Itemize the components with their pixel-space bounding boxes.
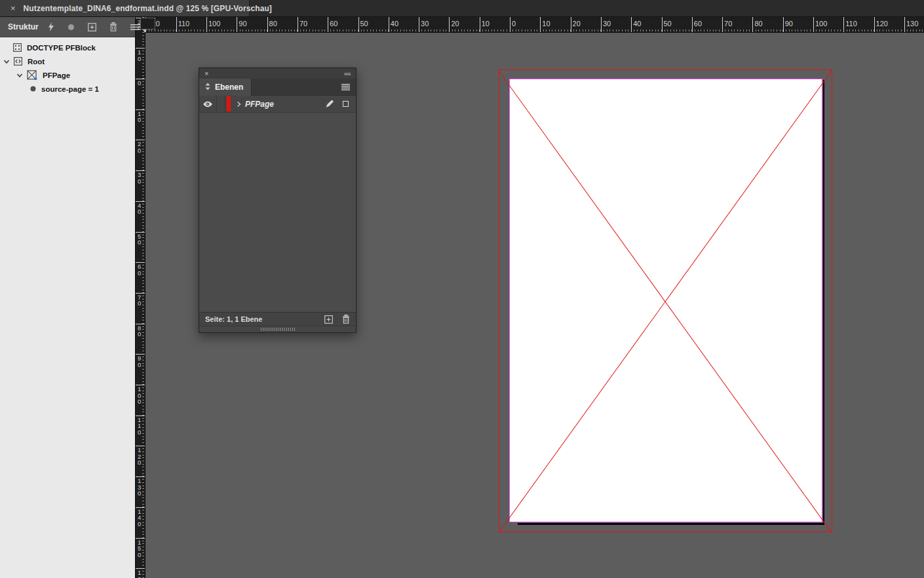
ruler-label: 1 3 0 [138,478,141,497]
ruler-label: 110 [178,20,190,28]
structure-panel-header: Struktur [0,17,135,37]
ruler-label: 50 [664,20,672,28]
tab-ebenen[interactable]: Ebenen [199,79,252,96]
lightning-icon[interactable] [48,22,54,31]
ruler-label: 1 0 [138,111,141,123]
layers-panel-titlebar[interactable]: × «« [199,68,356,79]
panel-resize-handle[interactable] [199,326,356,332]
ruler-label: 5 0 [138,233,141,246]
ruler-major-tick [358,17,359,33]
ruler-major-tick [631,17,632,33]
ruler-major-tick [904,17,905,33]
dot-icon[interactable] [67,24,75,31]
ruler-label: 90 [239,20,246,28]
ruler-minor-ticks [145,29,924,31]
ruler-major-tick [662,17,663,33]
ruler-label: 80 [754,20,762,28]
trash-icon[interactable] [109,22,117,31]
delete-layer-icon[interactable] [333,315,350,324]
ruler-origin-box[interactable] [140,18,155,29]
ruler-major-tick [237,17,237,33]
ruler-major-tick [480,17,480,33]
ruler-label: 0 [512,20,516,28]
menu-icon[interactable] [130,24,140,30]
ruler-label: 0 [138,80,141,87]
document-tab[interactable]: × Nutzentemplate_DINA6_endformat.indd @ … [0,0,250,16]
ruler-major-tick [449,17,450,33]
ruler-label: 80 [269,20,277,28]
layer-name[interactable]: PFPage [245,96,274,112]
ruler-label: 40 [391,20,398,28]
ruler-label: 60 [694,20,702,28]
ruler-label: 1 2 0 [138,447,141,466]
layers-panel-tabrow: Ebenen [199,79,356,96]
ruler-major-tick [692,17,693,33]
pen-icon [325,96,334,112]
close-icon[interactable]: × [204,70,208,77]
structure-tree-item-root[interactable]: Root [0,54,135,68]
tab-bar: × Nutzentemplate_DINA6_endformat.indd @ … [0,0,924,17]
layer-row-pfpage[interactable]: PFPage [199,96,356,113]
chevron-right-icon[interactable] [237,96,241,112]
ruler-major-tick [176,17,177,33]
ruler-label: 110 [845,20,857,28]
ruler-minor-ticks [142,17,144,578]
ruler-label: 20 [451,20,459,28]
ruler-label: 120 [876,20,888,28]
tab-close-icon[interactable]: × [10,4,16,12]
ruler-major-tick [571,17,571,33]
chevron-down-icon[interactable] [16,73,23,78]
ruler-label: 6 0 [138,263,141,276]
ruler-major-tick [206,17,207,33]
ruler-major-tick [843,17,844,33]
ruler-major-tick [540,17,541,33]
ruler-label: 70 [299,20,307,28]
structure-tree: DOCTYPE PFBlock Root PFPage source-page … [0,37,135,96]
structure-tree-item-doctype[interactable]: DOCTYPE PFBlock [0,41,135,54]
document-title: Nutzentemplate_DINA6_endformat.indd @ 12… [24,4,272,13]
ruler-label: 1 6 0 [138,569,141,578]
horizontal-ruler[interactable]: 1201101009080706050403020100102030405060… [145,17,924,33]
attribute-dot-icon [30,86,36,92]
ruler-label: 70 [724,20,732,28]
layers-statusbar: Seite: 1, 1 Ebene [199,312,356,326]
ruler-major-tick [752,17,753,33]
ruler-label: 30 [421,20,429,28]
resize-grip-icon [261,328,295,331]
collapse-panel-icon[interactable]: «« [344,70,351,77]
structure-panel-title: Struktur [8,22,39,31]
ruler-label: 10 [542,20,550,28]
tree-item-label: PFPage [43,71,70,79]
ruler-major-tick [510,17,510,33]
eye-icon[interactable] [199,96,217,112]
ruler-label: 8 0 [138,325,141,337]
ruler-label: 1 1 0 [138,417,141,436]
ruler-label: 7 0 [138,294,141,307]
tree-item-label: DOCTYPE PFBlock [27,44,96,52]
ruler-major-tick [813,17,814,33]
layer-target-square-icon[interactable] [343,101,349,107]
lock-cell[interactable] [217,96,225,112]
vertical-ruler[interactable]: 2 01 001 02 03 04 05 06 07 08 09 01 0 01… [136,17,145,578]
chevron-down-icon[interactable] [3,59,10,64]
element-icon [14,57,22,66]
new-layer-icon[interactable] [315,315,333,324]
ruler-major-tick [874,17,875,33]
ruler-label: 4 0 [138,202,141,215]
panel-menu-icon[interactable] [341,81,350,93]
ruler-label: 60 [330,20,337,28]
ruler-label: 20 [573,20,581,28]
plus-box-icon[interactable] [88,23,96,31]
ruler-major-tick [601,17,602,33]
ruler-label: 2 0 [138,141,141,153]
ruler-label: 10 [482,20,490,28]
ruler-major-tick [389,17,389,33]
ruler-label: 1 0 0 [138,386,141,405]
layers-tab-filler [252,79,356,96]
structure-tree-item-pfpage[interactable]: PFPage [0,68,135,82]
ruler-label: 9 0 [138,355,141,368]
structure-tree-item-source-page[interactable]: source-page = 1 [0,82,135,96]
ruler-label: 30 [603,20,611,28]
ruler-label: 100 [815,20,827,28]
ruler-label: 130 [906,20,918,28]
